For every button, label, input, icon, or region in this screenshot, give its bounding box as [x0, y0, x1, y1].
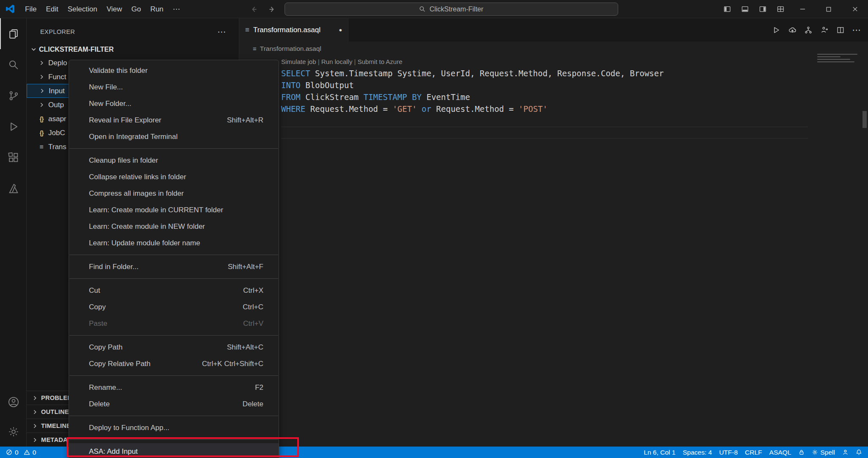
- menu-item-cut[interactable]: CutCtrl+X: [69, 282, 279, 299]
- modified-dot-icon[interactable]: ●: [339, 27, 342, 33]
- menu-item-label: Rename...: [89, 383, 122, 392]
- sidebar-header: EXPLORER ⋯: [27, 18, 239, 41]
- menu-item-rename[interactable]: Rename...F2: [69, 379, 279, 396]
- vscode-window: FileEditSelectionViewGoRun ⋯ ClickStream…: [0, 0, 868, 458]
- back-button[interactable]: [248, 3, 260, 15]
- menu-separator: [69, 148, 278, 149]
- title-bar: FileEditSelectionViewGoRun ⋯ ClickStream…: [0, 0, 868, 18]
- maximize-button[interactable]: [815, 0, 842, 18]
- menu-item-find-in-folder[interactable]: Find in Folder...Shift+Alt+F: [69, 258, 279, 275]
- folder-root-row[interactable]: CLICKSTREAM-FILTER: [27, 43, 239, 56]
- menu-item-learn-update-module-folder-name[interactable]: Learn: Update module folder name: [69, 235, 279, 251]
- lock-icon[interactable]: [799, 449, 804, 455]
- menu-view[interactable]: View: [102, 3, 127, 15]
- menu-item-asa-add-input[interactable]: ASA: Add Input: [69, 443, 279, 458]
- status-cursor-position[interactable]: Ln 6, Col 1: [644, 449, 676, 456]
- menu-item-label: Validate this folder: [89, 67, 148, 75]
- menu-more[interactable]: ⋯: [168, 3, 185, 15]
- azure-icon[interactable]: [0, 173, 26, 204]
- asaql-file-icon: ≡: [245, 26, 249, 34]
- menu-item-shortcut: Delete: [243, 400, 263, 408]
- forward-button[interactable]: [265, 3, 278, 15]
- codelens-submit-to-azure[interactable]: Submit to Azure: [357, 58, 402, 65]
- extensions-icon[interactable]: [0, 142, 26, 173]
- activity-bar-top: [0, 18, 26, 204]
- problems-status[interactable]: 0 0: [6, 449, 36, 456]
- menu-item-compress-all-images-in-folder[interactable]: Compress all images in folder: [69, 185, 279, 202]
- context-menu: Validate this folderNew File...New Folde…: [69, 60, 279, 458]
- menu-item-validate-this-folder[interactable]: Validate this folder: [69, 62, 279, 79]
- cloud-upload-icon[interactable]: [784, 22, 800, 38]
- close-window-button[interactable]: [842, 0, 868, 18]
- editor-scrollbar[interactable]: [862, 111, 867, 128]
- type-hierarchy-icon[interactable]: [800, 22, 816, 38]
- person-run-icon[interactable]: [816, 22, 832, 38]
- menu-selection[interactable]: Selection: [63, 3, 102, 15]
- toggle-sidebar-icon[interactable]: [718, 0, 736, 18]
- menu-item-copy-path[interactable]: Copy PathShift+Alt+C: [69, 339, 279, 355]
- status-encoding[interactable]: UTF-8: [719, 449, 738, 456]
- code-token: [388, 104, 393, 114]
- code-token: or: [417, 104, 436, 114]
- tab-transformation-asaql[interactable]: ≡ Transformation.asaql ●: [239, 18, 348, 42]
- customize-layout-icon[interactable]: [771, 0, 789, 18]
- code-token: EventTime: [422, 92, 470, 102]
- menu-item-open-in-integrated-terminal[interactable]: Open in Integrated Terminal: [69, 128, 279, 145]
- menu-item-deploy-to-function-app[interactable]: Deploy to Function App...: [69, 419, 279, 436]
- menu-run[interactable]: Run: [146, 3, 168, 15]
- asaql-file-icon: ≡: [253, 45, 257, 52]
- menu-item-label: Copy Relative Path: [89, 360, 151, 368]
- settings-gear-icon[interactable]: [0, 417, 26, 447]
- menu-item-cleanup-files-in-folder[interactable]: Cleanup files in folder: [69, 152, 279, 169]
- json-file-icon: {}: [38, 130, 45, 136]
- menu-item-delete[interactable]: DeleteDelete: [69, 396, 279, 412]
- menu-separator: [69, 335, 278, 336]
- search-activity-icon[interactable]: [0, 49, 26, 80]
- menu-item-shortcut: F2: [255, 383, 263, 392]
- split-editor-icon[interactable]: [832, 22, 849, 38]
- run-icon[interactable]: [768, 22, 784, 38]
- run-debug-icon[interactable]: [0, 111, 26, 142]
- tree-item-label: Outp: [48, 101, 64, 109]
- menu-go[interactable]: Go: [127, 3, 146, 15]
- menu-edit[interactable]: Edit: [41, 3, 63, 15]
- menu-item-label: Copy Path: [89, 343, 122, 352]
- minimap-line: [817, 56, 840, 57]
- breadcrumb[interactable]: ≡ Transformation.asaql: [239, 42, 868, 56]
- menu-item-reveal-in-file-explorer[interactable]: Reveal in File ExplorerShift+Alt+R: [69, 112, 279, 128]
- status-indentation[interactable]: Spaces: 4: [683, 449, 712, 456]
- sidebar-more-actions-icon[interactable]: ⋯: [218, 30, 226, 34]
- code-token: TIMESTAMP: [363, 92, 407, 102]
- minimap[interactable]: [817, 54, 861, 62]
- menu-item-copy[interactable]: CopyCtrl+C: [69, 299, 279, 315]
- more-actions-icon[interactable]: ⋯: [849, 22, 865, 38]
- code-token: INTO: [281, 80, 301, 90]
- code-line-2: INTO BlobOutput: [281, 79, 868, 91]
- menu-item-label: New File...: [89, 83, 123, 92]
- bell-icon[interactable]: [856, 449, 862, 455]
- status-eol[interactable]: CRLF: [745, 449, 762, 456]
- toggle-panel-icon[interactable]: [736, 0, 754, 18]
- menu-separator: [69, 375, 278, 376]
- breadcrumb-file: Transformation.asaql: [260, 45, 321, 53]
- menu-item-copy-relative-path[interactable]: Copy Relative PathCtrl+K Ctrl+Shift+C: [69, 355, 279, 372]
- menu-item-new-file[interactable]: New File...: [69, 79, 279, 95]
- codelens-run-locally[interactable]: Run locally: [321, 58, 352, 65]
- menu-file[interactable]: File: [20, 3, 41, 15]
- menu-item-learn-create-module-in-new-folder[interactable]: Learn: Create module in NEW folder: [69, 218, 279, 235]
- menu-item-label: Collapse relative links in folder: [89, 173, 186, 181]
- status-language[interactable]: ASAQL: [769, 449, 791, 456]
- command-center-search[interactable]: ClickStream-Filter: [285, 3, 618, 16]
- status-spell-checker[interactable]: Spell: [812, 449, 835, 456]
- menu-item-new-folder[interactable]: New Folder...: [69, 95, 279, 112]
- source-control-icon[interactable]: [0, 80, 26, 111]
- explorer-icon[interactable]: [0, 18, 26, 49]
- minimize-button[interactable]: [789, 0, 815, 18]
- account-icon[interactable]: [0, 387, 26, 417]
- code-area[interactable]: Simulate job | Run locally | Submit to A…: [239, 56, 868, 447]
- menu-item-learn-create-module-in-current-folder[interactable]: Learn: Create module in CURRENT folder: [69, 202, 279, 218]
- codelens-simulate-job[interactable]: Simulate job: [281, 58, 316, 65]
- toggle-secondary-sidebar-icon[interactable]: [754, 0, 771, 18]
- feedback-icon[interactable]: [842, 449, 849, 455]
- menu-item-collapse-relative-links-in-folder[interactable]: Collapse relative links in folder: [69, 169, 279, 185]
